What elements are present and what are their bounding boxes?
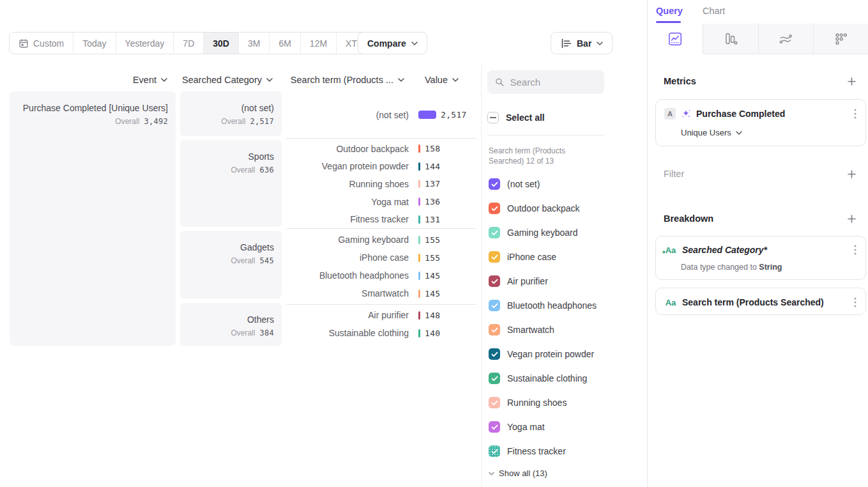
column-header-searched-category[interactable]: Searched Category [180, 75, 273, 85]
search-input[interactable] [510, 77, 597, 88]
add-breakdown-button[interactable] [847, 214, 857, 224]
legend-item-air-purifier[interactable]: Air purifier [489, 275, 605, 287]
tab-flows-report[interactable] [758, 24, 814, 54]
legend-item-gaming-keyboard[interactable]: Gaming keyboard [489, 227, 605, 238]
legend-item-fitness-tracker[interactable]: Fitness tracker [489, 445, 605, 457]
term-row[interactable]: Yoga mat136 [286, 193, 476, 211]
legend-item-bluetooth-headphones[interactable]: Bluetooth headphones [489, 300, 605, 311]
term-row[interactable]: Sustainable clothing140 [286, 324, 476, 342]
value-bar[interactable] [418, 111, 436, 119]
legend-checkbox[interactable] [489, 445, 500, 457]
category-cell[interactable]: SportsOverall636 [180, 140, 282, 227]
legend-item-vegan-protein-powder[interactable]: Vegan protein powder [489, 348, 605, 360]
date-range-yesterday[interactable]: Yesterday [116, 33, 174, 54]
event-sparkle-icon [681, 109, 691, 119]
tab-retention-report[interactable] [813, 24, 868, 54]
term-row[interactable]: Vegan protein powder144 [286, 158, 476, 176]
term-row[interactable]: Smartwatch145 [286, 284, 476, 302]
tab-insights-report[interactable] [648, 24, 703, 54]
term-row[interactable]: Fitness tracker131 [286, 210, 476, 228]
kebab-menu-icon[interactable] [853, 107, 858, 120]
value-bar[interactable] [418, 197, 420, 206]
tab-chart[interactable]: Chart [703, 6, 725, 16]
tab-query[interactable]: Query [656, 6, 683, 16]
term-row[interactable]: Running shoes137 [286, 175, 476, 193]
category-cell[interactable]: OthersOverall384 [180, 303, 282, 346]
date-range-label: 12M [310, 38, 327, 49]
divider [487, 135, 604, 135]
date-range-custom[interactable]: Custom [10, 33, 73, 54]
legend-checkbox[interactable] [489, 300, 500, 311]
value-bar[interactable] [418, 144, 420, 153]
date-range-30d[interactable]: 30D [204, 33, 239, 54]
measurement-dropdown[interactable]: Unique Users [681, 128, 742, 137]
legend-checkbox[interactable] [489, 227, 500, 238]
term-row[interactable]: Outdoor backpack158 [286, 140, 476, 158]
value-bar[interactable] [418, 215, 420, 224]
legend-checkbox[interactable] [489, 373, 500, 384]
select-all-row[interactable]: Select all [487, 112, 545, 123]
metric-card[interactable]: A Purchase Completed Unique Users [655, 99, 866, 146]
value-bar[interactable] [418, 311, 420, 320]
kebab-menu-icon[interactable] [853, 244, 858, 256]
date-range-3m[interactable]: 3M [239, 33, 270, 54]
term-row[interactable]: Bluetooth headphones145 [286, 267, 476, 284]
legend-item-outdoor-backpack[interactable]: Outdoor backpack [489, 203, 605, 214]
legend-checkbox[interactable] [489, 178, 500, 190]
date-range-today[interactable]: Today [73, 33, 116, 54]
show-all-button[interactable]: Show all (13) [489, 468, 547, 478]
legend-checkbox[interactable] [489, 348, 500, 360]
legend-checkbox[interactable] [489, 324, 500, 336]
check-icon [491, 376, 498, 382]
compare-label: Compare [367, 38, 406, 49]
term-row[interactable]: iPhone case155 [286, 249, 476, 267]
term-row[interactable]: (not set)2,517 [286, 106, 476, 124]
value-bar[interactable] [418, 290, 420, 298]
chevron-down-icon [489, 472, 494, 475]
column-header-label: Searched Category [182, 75, 262, 85]
value-bar[interactable] [418, 272, 420, 280]
legend-item-iphone-case[interactable]: iPhone case [489, 251, 605, 263]
add-metric-button[interactable] [847, 77, 857, 86]
date-range-12m[interactable]: 12M [301, 33, 337, 54]
panel-divider [481, 64, 482, 487]
term-label: Gaming keyboard [286, 235, 409, 245]
column-header-search-term[interactable]: Search term (Products ... [286, 75, 404, 85]
date-range-6m[interactable]: 6M [270, 33, 300, 54]
legend-checkbox[interactable] [489, 421, 500, 433]
legend-item-yoga-mat[interactable]: Yoga mat [489, 421, 605, 433]
value-bar[interactable] [418, 162, 420, 171]
compare-button[interactable]: Compare [358, 32, 427, 54]
breakdown-card-searched-category[interactable]: Aa* Searched Category* Data type changed… [655, 236, 866, 280]
category-cell[interactable]: GadgetsOverall545 [180, 231, 282, 298]
column-header-event[interactable]: Event [10, 75, 167, 85]
category-cell[interactable]: (not set)Overall2,517 [180, 91, 282, 136]
column-header-value[interactable]: Value [409, 75, 459, 85]
add-filter-button[interactable] [847, 169, 857, 179]
legend-checkbox[interactable] [489, 251, 500, 263]
legend-checkbox[interactable] [489, 275, 500, 287]
tab-funnels-report[interactable] [703, 24, 758, 54]
select-all-checkbox[interactable] [487, 112, 499, 123]
check-icon [491, 400, 498, 406]
legend-item-running-shoes[interactable]: Running shoes [489, 397, 605, 408]
legend-item--not-set-[interactable]: (not set) [489, 178, 605, 190]
value-bar[interactable] [418, 236, 420, 244]
date-range-label: 6M [278, 38, 291, 49]
event-cell[interactable]: Purchase Completed [Unique Users] Overal… [10, 91, 176, 346]
breakdown-card-search-term[interactable]: Aa Search term (Products Searched) [655, 288, 866, 315]
term-row[interactable]: Air purifier148 [286, 306, 476, 324]
legend-checkbox[interactable] [489, 203, 500, 214]
legend-search-box[interactable] [487, 70, 604, 94]
date-range-7d[interactable]: 7D [174, 33, 204, 54]
value-bar[interactable] [418, 254, 420, 262]
legend-checkbox[interactable] [489, 397, 500, 408]
legend-item-sustainable-clothing[interactable]: Sustainable clothing [489, 373, 605, 384]
date-range-selector[interactable]: CustomTodayYesterday7D30D3M6M12MXTD [9, 32, 384, 54]
value-bar[interactable] [418, 180, 420, 188]
chart-type-dropdown[interactable]: Bar [551, 32, 613, 54]
term-row[interactable]: Gaming keyboard155 [286, 231, 476, 249]
kebab-menu-icon[interactable] [853, 296, 858, 309]
value-bar[interactable] [418, 329, 420, 337]
legend-item-smartwatch[interactable]: Smartwatch [489, 324, 605, 336]
